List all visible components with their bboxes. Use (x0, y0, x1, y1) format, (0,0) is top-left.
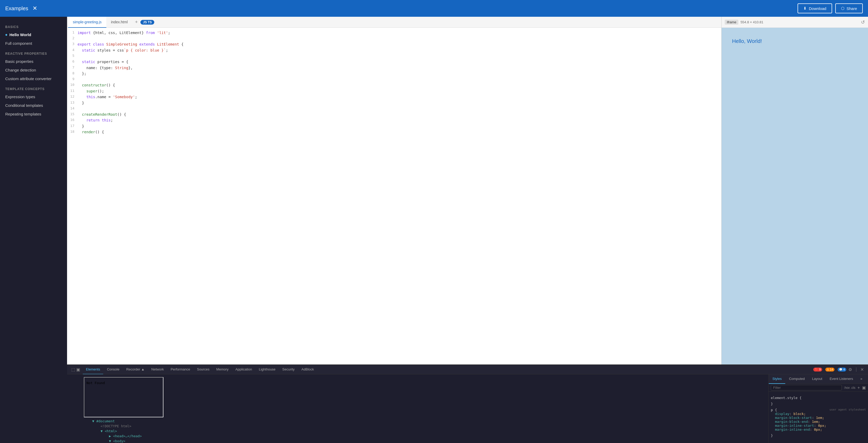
css-property: margin-block-start: 1em; (775, 416, 866, 420)
devtools-tab-network[interactable]: Network (148, 365, 167, 374)
line-content: } (78, 100, 721, 106)
line-number: 11 (67, 88, 78, 94)
line-number: 9 (67, 76, 78, 82)
sidebar-item-label: Basic properties (5, 59, 33, 64)
code-editor[interactable]: 1import {html, css, LitElement} from 'li… (67, 28, 721, 365)
devtools-tab-performance[interactable]: Performance (167, 365, 193, 374)
css-property: margin-block-end: 1em; (775, 420, 866, 423)
devtools-tabs-list: ElementsConsoleRecorder ▲NetworkPerforma… (83, 365, 317, 374)
code-line: 11 super(); (67, 88, 721, 94)
file-tab-index-html[interactable]: index.html (106, 17, 132, 28)
line-content: return this; (78, 117, 721, 123)
devtools-tab-elements[interactable]: Elements (83, 365, 103, 374)
sidebar-item-custom-attribute[interactable]: Custom attribute converter (0, 74, 67, 83)
add-tab-button[interactable]: + (132, 17, 141, 28)
line-number: 5 (67, 53, 78, 59)
css-rule-body: display: block;margin-block-start: 1em;m… (771, 412, 866, 432)
line-content: constructor() { (78, 82, 721, 88)
devtools-tab-recorder[interactable]: Recorder ▲ (123, 365, 148, 374)
line-number: 2 (67, 36, 78, 41)
sidebar-item-expression-types[interactable]: Expression types (0, 92, 67, 101)
preview-content-text: Hello, World! (732, 38, 762, 44)
sidebar-item-label: Custom attribute converter (5, 76, 52, 81)
styles-tabs: StylesComputedLayoutEvent Listeners» (769, 374, 868, 384)
close-button[interactable]: ✕ (32, 5, 37, 12)
devtools-tab-application[interactable]: Application (232, 365, 255, 374)
settings-icon[interactable]: ⚙ (848, 367, 852, 372)
element-tree-row[interactable]: ▶ <head>…</head> (67, 434, 769, 439)
filter-pseudo-button[interactable]: :hov .cls (844, 386, 856, 389)
line-number: 13 (67, 100, 78, 106)
file-tab-simple-greeting-js[interactable]: simple-greeting.js (68, 17, 106, 28)
share-button[interactable]: ⬡ Share (835, 3, 863, 13)
line-content (78, 53, 721, 59)
warn-badge: ⚠ 14 (825, 368, 835, 372)
styles-tab-styles[interactable]: Styles (769, 374, 785, 384)
line-content: } (78, 123, 721, 129)
sidebar-section-reactive-properties: REACTIVE PROPERTIES (0, 48, 67, 57)
code-line: 3export class SimpleGreeting extends Lit… (67, 41, 721, 47)
new-rule-icon[interactable]: ▣ (862, 385, 866, 390)
styles-tab-computed[interactable]: Computed (785, 374, 808, 384)
devtools-tab-lighthouse[interactable]: Lighthouse (256, 365, 279, 374)
devtools-tab-security[interactable]: Security (279, 365, 298, 374)
line-number: 14 (67, 106, 78, 112)
sidebar-item-change-detection[interactable]: Change detection (0, 66, 67, 74)
styles-tab-»[interactable]: » (857, 374, 866, 384)
preview-topbar: iframe 554.8 × 410.81 ↺ (721, 17, 868, 28)
code-line: 18 render() { (67, 129, 721, 135)
line-content: name: {type: String}, (78, 65, 721, 71)
line-content (78, 76, 721, 82)
css-rule-selector: element.style { (771, 396, 866, 400)
line-content: export class SimpleGreeting extends LitE… (78, 41, 721, 47)
element-tree-row[interactable]: ▼ <html> (67, 429, 769, 434)
refresh-button[interactable]: ↺ (861, 20, 865, 25)
more-icon[interactable]: ⋮ (854, 367, 858, 372)
line-number: 18 (67, 129, 78, 135)
element-tree-row[interactable] (67, 377, 769, 419)
sidebar-item-label: Expression types (5, 95, 35, 99)
element-tree-row[interactable]: <!DOCTYPE html> (67, 423, 769, 429)
line-content: this.name = 'Somebody'; (78, 94, 721, 100)
sidebar-item-repeating-templates[interactable]: Repeating templates (0, 110, 67, 118)
element-tree-row[interactable]: ▼ <body> (67, 439, 769, 443)
line-number: 3 (67, 41, 78, 47)
inspect-icon[interactable]: ⬚ (71, 367, 75, 372)
line-content: super(); (78, 88, 721, 94)
line-number: 16 (67, 117, 78, 123)
code-line: 13 } (67, 100, 721, 106)
styles-tab-layout[interactable]: Layout (808, 374, 826, 384)
code-line: 12 this.name = 'Somebody'; (67, 94, 721, 100)
app-title: Examples (5, 5, 28, 11)
download-button[interactable]: ⬇ Download (798, 3, 832, 13)
sidebar-item-full-component[interactable]: Full component (0, 39, 67, 48)
device-icon[interactable]: ▣ (76, 367, 80, 372)
devtools-tab-sources[interactable]: Sources (194, 365, 213, 374)
devtools-tab-console[interactable]: Console (104, 365, 123, 374)
close-devtools-icon[interactable]: ✕ (860, 367, 864, 372)
active-indicator: ◆ (5, 33, 7, 36)
styles-filter-input[interactable] (771, 385, 842, 390)
devtools-tab-adblock[interactable]: AdBlock (298, 365, 317, 374)
line-number: 12 (67, 94, 78, 100)
sidebar-item-label: Change detection (5, 68, 36, 72)
sidebar-item-conditional-templates[interactable]: Conditional templates (0, 101, 67, 110)
code-line: 5 (67, 53, 721, 59)
line-content: static styles = css`p { color: blue }`; (78, 48, 721, 53)
devtools-main: ▼ #document<!DOCTYPE html>▼ <html>▶ <hea… (67, 374, 868, 443)
css-property: display: block; (775, 412, 866, 416)
download-icon: ⬇ (803, 6, 807, 11)
line-number: 6 (67, 59, 78, 65)
line-number: 10 (67, 82, 78, 88)
sidebar-item-label: Conditional templates (5, 103, 43, 107)
sidebar-item-hello-world[interactable]: ◆Hello World (0, 30, 67, 39)
styles-tab-event-listeners[interactable]: Event Listeners (826, 374, 857, 384)
element-tree-row[interactable]: ▼ #document (67, 419, 769, 423)
add-style-icon[interactable]: + (858, 385, 860, 390)
sidebar-item-basic-properties[interactable]: Basic properties (0, 57, 67, 66)
devtools-tab-memory[interactable]: Memory (213, 365, 232, 374)
styles-filter-bar: :hov .cls + ▣ (769, 384, 868, 392)
line-number: 7 (67, 65, 78, 71)
share-icon: ⬡ (841, 6, 844, 11)
preview-dimensions: 554.8 × 410.81 (740, 20, 763, 24)
